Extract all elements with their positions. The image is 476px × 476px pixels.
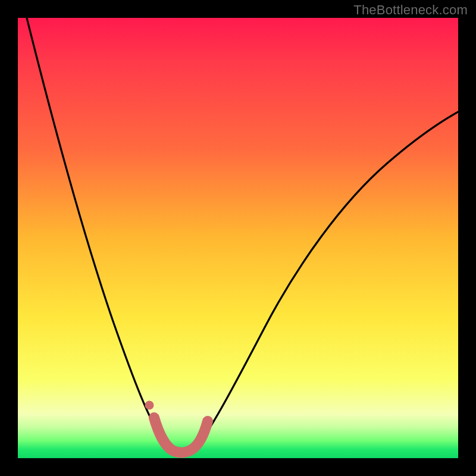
minimum-marker-dot: [145, 401, 154, 410]
chart-plot-area: [18, 18, 458, 458]
watermark-text: TheBottleneck.com: [353, 2, 468, 18]
minimum-marker: [154, 418, 208, 453]
bottleneck-curve: [27, 18, 458, 456]
chart-svg: [18, 18, 458, 458]
chart-frame: TheBottleneck.com: [0, 0, 476, 476]
